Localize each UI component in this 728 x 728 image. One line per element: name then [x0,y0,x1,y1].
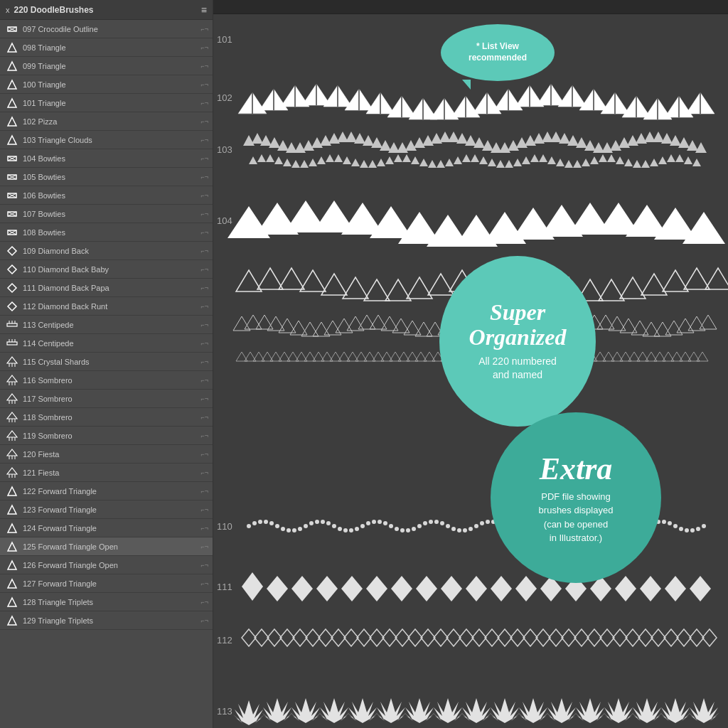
brush-item-098[interactable]: 098 Triangle⌐¬ [0,38,213,57]
svg-point-443 [685,528,689,532]
svg-marker-139 [405,140,417,151]
brush-item-126[interactable]: 126 Forward Triangle Open⌐¬ [0,556,213,574]
svg-marker-151 [508,140,519,151]
svg-marker-170 [670,135,681,146]
svg-marker-473 [306,629,320,646]
brush-action-126: ⌐¬ [200,562,208,569]
svg-marker-490 [523,629,537,646]
brush-item-123[interactable]: 123 Forward Triangle⌐¬ [0,500,213,519]
brush-item-107[interactable]: 107 Bowties⌐¬ [0,205,213,223]
svg-point-393 [400,528,405,532]
brush-item-101[interactable]: 101 Triangle⌐¬ [0,94,213,112]
brush-action-123: ⌐¬ [200,506,208,513]
brush-item-099[interactable]: 099 Triangle⌐¬ [0,57,213,75]
svg-point-444 [690,528,695,532]
brush-item-116[interactable]: 116 Sombrero⌐¬ [0,371,213,390]
brush-icon-101 [6,97,18,109]
svg-marker-71 [8,616,16,625]
close-button[interactable]: x [6,6,10,14]
brush-action-108: ⌐¬ [200,229,208,236]
svg-marker-480 [395,629,410,646]
svg-point-394 [406,528,410,532]
svg-marker-520 [631,698,663,723]
brush-label-118: 118 Sombrero [23,413,198,422]
svg-marker-168 [653,132,664,142]
brush-item-108[interactable]: 108 Bowties⌐¬ [0,223,213,242]
svg-marker-218 [624,159,633,166]
svg-marker-522 [688,698,719,723]
svg-marker-136 [380,140,391,151]
svg-marker-8 [8,136,16,144]
brush-item-122[interactable]: 122 Forward Triangle⌐¬ [0,482,213,500]
brush-item-106[interactable]: 106 Bowties⌐¬ [0,186,213,205]
brush-list[interactable]: 097 Crocodile Outline⌐¬098 Triangle⌐¬099… [0,20,213,728]
svg-marker-70 [8,598,16,606]
brush-item-097[interactable]: 097 Crocodile Outline⌐¬ [0,20,213,38]
list-view-bubble: * List View recommended [441,24,555,81]
brush-item-129[interactable]: 129 Triangle Triplets⌐¬ [0,611,213,630]
svg-marker-68 [8,561,16,569]
brush-icon-099 [6,60,18,73]
svg-marker-48 [7,412,17,419]
svg-marker-25 [8,265,16,274]
svg-marker-472 [293,629,307,646]
svg-marker-122 [260,135,272,146]
brush-action-121: ⌐¬ [200,469,208,476]
brush-icon-122 [6,485,18,498]
svg-point-387 [366,521,370,525]
svg-point-381 [332,524,336,528]
brush-item-110[interactable]: 110 Diamond Back Baby⌐¬ [0,260,213,279]
brush-action-101: ⌐¬ [200,100,208,107]
svg-point-372 [281,527,285,531]
extra-bubble: Extra PDF file showingbrushes displayed(… [491,412,661,583]
brush-item-128[interactable]: 128 Triangle Triplets⌐¬ [0,593,213,611]
brush-item-104[interactable]: 104 Bowties⌐¬ [0,149,213,168]
brush-item-120[interactable]: 120 Fiesta⌐¬ [0,445,213,464]
brush-item-125[interactable]: 125 Forward Triangle Open⌐¬ [0,537,213,556]
brush-item-117[interactable]: 117 Sombrero⌐¬ [0,390,213,408]
brush-item-127[interactable]: 127 Forward Triangle⌐¬ [0,574,213,593]
svg-marker-507 [262,698,293,723]
svg-point-370 [269,521,274,525]
svg-marker-212 [573,160,582,168]
svg-marker-266 [684,268,710,289]
brush-label-123: 123 Forward Triangle [23,505,198,514]
svg-marker-150 [499,142,510,153]
brush-item-114[interactable]: 114 Centipede⌐¬ [0,334,213,353]
brush-item-115[interactable]: 115 Crystal Shards⌐¬ [0,353,213,371]
svg-marker-477 [357,629,371,646]
brush-item-118[interactable]: 118 Sombrero⌐¬ [0,408,213,427]
brush-action-119: ⌐¬ [200,432,208,439]
panel-menu-button[interactable]: ≡ [201,4,207,16]
svg-marker-148 [482,140,493,151]
brush-item-105[interactable]: 105 Bowties⌐¬ [0,168,213,186]
brush-item-113[interactable]: 113 Centipede⌐¬ [0,316,213,334]
svg-point-383 [343,528,348,532]
svg-marker-463 [615,576,636,601]
brush-item-121[interactable]: 121 Fiesta⌐¬ [0,464,213,482]
brush-action-122: ⌐¬ [200,488,208,495]
brush-label-104: 104 Bowties [23,154,198,163]
brush-item-102[interactable]: 102 Pizza⌐¬ [0,112,213,131]
brush-item-103[interactable]: 103 Triangle Clouds⌐¬ [0,131,213,149]
brush-action-128: ⌐¬ [200,599,208,606]
svg-marker-502 [677,629,691,646]
svg-marker-459 [515,576,537,601]
svg-point-403 [457,528,461,532]
brush-item-111[interactable]: 111 Diamond Back Papa⌐¬ [0,279,213,297]
svg-point-401 [446,524,450,528]
svg-marker-223 [667,154,675,162]
brush-item-119[interactable]: 119 Sombrero⌐¬ [0,427,213,445]
brush-label-107: 107 Bowties [23,210,198,218]
brush-label-114: 114 Centipede [23,339,198,348]
svg-marker-280 [370,315,387,329]
brush-action-107: ⌐¬ [200,210,208,218]
svg-marker-147 [473,137,485,148]
svg-marker-152 [516,137,528,148]
brush-item-100[interactable]: 100 Triangle⌐¬ [0,75,213,94]
brush-item-124[interactable]: 124 Forward Triangle⌐¬ [0,519,213,537]
brush-item-112[interactable]: 112 Diamond Back Runt⌐¬ [0,297,213,316]
brush-label-115: 115 Crystal Shards [23,358,198,366]
brush-item-109[interactable]: 109 Diamond Back⌐¬ [0,242,213,260]
svg-point-399 [434,520,439,524]
